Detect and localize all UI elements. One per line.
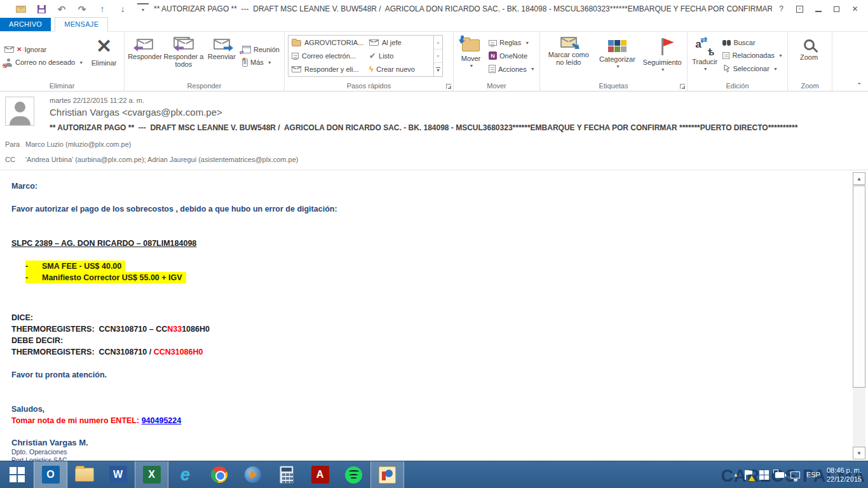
categorize-button[interactable]: Categorizar ▼	[595, 33, 640, 79]
restore-icon	[834, 6, 839, 12]
battery-icon[interactable]	[775, 472, 784, 478]
scroll-up-button[interactable]: ▲	[853, 172, 865, 185]
gallery-more-button[interactable]: ▼	[434, 63, 442, 76]
forward-icon	[214, 39, 230, 50]
email-icon	[292, 53, 299, 59]
to-recipients[interactable]: Marco Luzio (mluzio@plx.com.pe)	[25, 140, 131, 148]
undo-button[interactable]: ↶	[56, 3, 67, 15]
tray-windows-icon[interactable]	[759, 470, 769, 480]
collapse-ribbon-button[interactable]: ⌃	[857, 82, 862, 88]
bullet-line: -Manifiesto Corrector US$ 55.00 + IGV	[11, 272, 830, 283]
tab-mensaje[interactable]: MENSAJE	[55, 17, 108, 32]
gallery-up-button[interactable]: ▲	[434, 36, 442, 50]
taskbar-media-player[interactable]	[236, 461, 269, 488]
move-button[interactable]: Mover ▼	[456, 33, 486, 79]
more-respond-button[interactable]: Más ▼	[242, 58, 280, 67]
taskbar-outlook[interactable]: O	[34, 461, 67, 488]
entel-number-link[interactable]: 940495224	[142, 416, 182, 425]
taskbar-paint-app[interactable]	[370, 461, 404, 488]
taskbar-adobe-reader[interactable]: A	[303, 461, 337, 488]
onenote-icon: N	[489, 51, 497, 60]
dropdown-arrow-icon: ▼	[531, 67, 535, 71]
quick-step-correo-electronico[interactable]: Correo electrón...	[290, 50, 367, 63]
taskbar-chrome[interactable]	[202, 461, 236, 488]
close-button[interactable]: ✕	[846, 2, 864, 16]
network-icon[interactable]	[790, 471, 800, 478]
taskbar-excel[interactable]: X	[135, 461, 168, 488]
next-item-button[interactable]: ↓	[117, 3, 128, 15]
help-button[interactable]: ?	[772, 2, 790, 16]
clock[interactable]: 08:46 p. m. 22/12/2015	[827, 466, 862, 484]
taskbar-spotify[interactable]	[337, 461, 370, 488]
mark-unread-button[interactable]: Marcar comono leído	[542, 33, 595, 79]
taskbar-file-explorer[interactable]	[67, 461, 101, 488]
quick-step-listo[interactable]: ✔ Listo	[367, 50, 432, 63]
meeting-button[interactable]: Reunión	[242, 46, 280, 53]
ignore-button[interactable]: ✕ Ignorar	[4, 46, 83, 53]
message-sender[interactable]: Christian Vargas <cvargas@plx.com.pe>	[50, 107, 222, 118]
actions-icon	[489, 65, 496, 73]
categorize-icon	[608, 40, 627, 52]
actions-button[interactable]: Acciones ▼	[489, 65, 535, 73]
minimize-button[interactable]	[809, 2, 827, 16]
action-center-flag-icon[interactable]	[745, 470, 753, 480]
restore-button[interactable]	[827, 2, 846, 16]
calculator-icon	[280, 466, 294, 484]
taskbar-internet-explorer[interactable]: e	[168, 461, 202, 488]
previous-item-button[interactable]: ↑	[97, 3, 108, 15]
taskbar-calculator[interactable]	[269, 461, 303, 488]
quick-step-agrovictoria[interactable]: AGROVICTORIA...	[290, 36, 367, 50]
reply-all-button[interactable]: Responder a todos	[163, 33, 204, 79]
group-label-responder: Responder	[125, 82, 284, 90]
dialog-launcher-icon[interactable]	[446, 84, 451, 89]
select-button[interactable]: Seleccionar ▼	[722, 64, 783, 73]
translate-button[interactable]: a⇄ѣ Traducir ▼	[689, 33, 720, 79]
quick-step-crear-nuevo[interactable]: ϟ Crear nuevo	[367, 63, 432, 76]
file-explorer-icon	[75, 468, 94, 482]
dropdown-arrow-icon: ▼	[525, 41, 529, 45]
quick-step-al-jefe[interactable]: Al jefe	[367, 36, 432, 50]
save-button[interactable]	[36, 3, 47, 15]
language-indicator[interactable]: ESP	[806, 471, 820, 478]
body-reference: SLPC 2389 – AG. DON RICARDO – 087LIM1840…	[11, 238, 830, 249]
redo-button[interactable]: ↷	[76, 3, 88, 15]
ribbon-options-icon: ^	[796, 6, 803, 13]
gallery-down-button[interactable]: ▼	[434, 50, 442, 64]
dialog-launcher-icon[interactable]	[680, 84, 685, 89]
onenote-button[interactable]: N OneNote	[489, 51, 535, 60]
reply-button[interactable]: Responder	[126, 33, 163, 79]
dropdown-arrow-icon: ▼	[616, 63, 620, 71]
customize-qat-button[interactable]: ▾	[137, 3, 149, 15]
show-hidden-icons-button[interactable]: ▲	[733, 472, 738, 478]
tab-archivo[interactable]: ARCHIVO	[0, 18, 51, 31]
dropdown-arrow-icon: ▼	[703, 65, 708, 73]
body-greeting: Marco:	[11, 180, 830, 192]
delete-x-icon: ✕	[96, 37, 112, 56]
ignore-icon	[4, 46, 14, 53]
scroll-down-button[interactable]: ▼	[853, 447, 865, 459]
quick-step-responder-y-eliminar[interactable]: Responder y eli...	[290, 63, 367, 76]
start-button[interactable]	[0, 461, 34, 488]
zoom-button[interactable]: Zoom	[790, 33, 828, 79]
junk-mail-button[interactable]: Correo no deseado ▼	[4, 58, 83, 67]
signature-name: Christian Vargas M.	[11, 438, 830, 448]
cc-recipients[interactable]: 'Andrea Urbina' (aurbina@plx.com.pe); Ad…	[25, 156, 298, 163]
group-pasos-rapidos: AGROVICTORIA... Al jefe Correo electrón.…	[285, 32, 454, 91]
lightning-icon: ϟ	[369, 65, 373, 74]
tray-date: 22/12/2015	[827, 475, 862, 484]
related-icon	[722, 52, 729, 59]
vertical-scrollbar[interactable]: ▲ ▼	[853, 172, 865, 459]
flag-icon	[661, 38, 663, 55]
follow-up-button[interactable]: Seguimiento ▼	[639, 33, 685, 79]
scrollbar-thumb[interactable]	[853, 186, 865, 388]
paint-app-icon	[379, 466, 396, 484]
rules-button[interactable]: Reglas ▼	[489, 39, 535, 46]
forward-button[interactable]: Reenviar	[204, 33, 240, 79]
related-button[interactable]: Relacionadas ▼	[722, 51, 783, 59]
delete-button[interactable]: ✕ Eliminar	[86, 33, 122, 79]
taskbar-word[interactable]: W	[101, 461, 135, 488]
outlook-icon: O	[42, 466, 60, 484]
chrome-icon	[211, 466, 227, 483]
ribbon-display-options-button[interactable]: ^	[790, 2, 809, 16]
find-button[interactable]: Buscar	[722, 39, 783, 46]
